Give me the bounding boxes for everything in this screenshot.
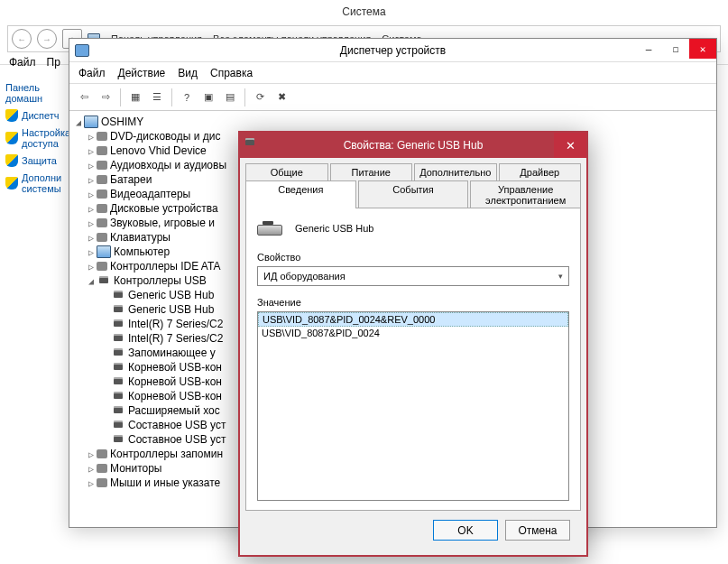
expander-icon[interactable]: ◢	[86, 276, 97, 286]
usb-icon	[111, 375, 125, 388]
tab-Сведения[interactable]: Сведения	[245, 180, 356, 208]
tree-node-label: Аудиовходы и аудиовы	[110, 159, 226, 171]
tree-node-label: Звуковые, игровые и	[110, 217, 215, 229]
expander-icon[interactable]: ▷	[86, 146, 97, 156]
props-close-button[interactable]: ✕	[554, 133, 586, 158]
tree-node-label: Контроллеры запомин	[110, 448, 223, 460]
tab-Управление электропитанием[interactable]: Управление электропитанием	[470, 180, 581, 208]
tree-node-label: Контроллеры USB	[114, 274, 207, 287]
toolbar-update-icon[interactable]: ⟳	[251, 88, 269, 106]
menu-item[interactable]: Справка	[210, 67, 253, 79]
sidebar-link-label: Панель домашн	[5, 82, 70, 104]
tree-node-label: Корневой USB-кон	[128, 390, 222, 402]
tab-События[interactable]: События	[358, 180, 469, 208]
toolbar-help-icon[interactable]: ?	[178, 88, 196, 106]
props-titlebar[interactable]: Свойства: Generic USB Hub ✕	[240, 133, 586, 158]
expander-icon[interactable]: ▷	[86, 262, 97, 272]
gen-icon	[97, 233, 107, 242]
value-listbox[interactable]: USB\VID_8087&PID_0024&REV_0000USB\VID_80…	[257, 311, 569, 501]
tab-content-details: Generic USB Hub Свойство ИД оборудования…	[245, 208, 581, 511]
expander-icon[interactable]: ▷	[86, 449, 97, 459]
tree-node[interactable]: ◢OSHIMY	[71, 115, 714, 129]
system-menu: Файл Пр	[9, 56, 60, 69]
list-item[interactable]: USB\VID_8087&PID_0024&REV_0000	[258, 312, 568, 327]
usb-icon	[111, 347, 125, 359]
tree-node-label: Lenovo Vhid Device	[110, 144, 207, 157]
back-button[interactable]: ←	[12, 29, 32, 49]
expander-icon[interactable]: ▷	[86, 233, 97, 243]
menu-item[interactable]: Действие	[118, 67, 166, 79]
usb-icon	[245, 140, 258, 151]
toolbar-back[interactable]: ⇦	[75, 88, 93, 106]
sidebar-link-label: Настройка доступа	[22, 127, 70, 149]
expander-icon[interactable]: ▷	[86, 204, 97, 214]
sidebar-link[interactable]: Диспетч	[5, 106, 70, 125]
toolbar-scan-icon[interactable]: ▣	[199, 88, 217, 106]
ok-button[interactable]: OK	[433, 520, 498, 541]
usb-icon	[111, 303, 125, 316]
devmgr-title-text: Диспетчер устройств	[340, 44, 446, 57]
close-button[interactable]: ✕	[689, 39, 716, 59]
tabs-row-1: ОбщиеПитаниеДополнительноДрайвер	[245, 163, 581, 180]
window-controls: — ☐ ✕	[635, 39, 716, 59]
menu-edit[interactable]: Пр	[47, 56, 60, 69]
sidebar-link[interactable]: Панель домашн	[5, 79, 70, 106]
sidebar-link[interactable]: Дополни системы	[5, 170, 70, 197]
tree-node-label: Дисковые устройства	[110, 202, 218, 215]
property-combo[interactable]: ИД оборудования ▾	[257, 266, 569, 286]
minimize-button[interactable]: —	[635, 39, 662, 59]
tab-Питание[interactable]: Питание	[330, 163, 413, 180]
expander-icon[interactable]: ▷	[86, 161, 97, 171]
toolbar-show-hide[interactable]: ▦	[126, 88, 144, 106]
menu-item[interactable]: Вид	[178, 67, 198, 79]
expander-icon[interactable]: ▷	[86, 218, 97, 228]
tab-Общие[interactable]: Общие	[245, 163, 328, 180]
gen-icon	[97, 464, 107, 473]
expander-icon[interactable]: ▷	[86, 247, 97, 257]
expander-icon[interactable]: ▷	[86, 132, 97, 142]
forward-button[interactable]: →	[37, 29, 57, 49]
toolbar-refresh-icon[interactable]: ▤	[221, 88, 239, 106]
gen-icon	[97, 478, 107, 487]
devmgr-toolbar: ⇦ ⇨ ▦ ☰ ? ▣ ▤ ⟳ ✖	[69, 84, 716, 111]
property-selected: ИД оборудования	[263, 271, 346, 282]
gen-icon	[97, 132, 107, 141]
device-name: Generic USB Hub	[295, 223, 373, 234]
expander-icon[interactable]: ▷	[86, 175, 97, 185]
chevron-down-icon: ▾	[558, 272, 563, 281]
tab-Драйвер[interactable]: Драйвер	[499, 163, 582, 180]
sidebar-link[interactable]: Защита	[5, 152, 70, 170]
expander-icon[interactable]: ◢	[73, 117, 84, 127]
usb-icon	[111, 390, 125, 402]
toolbar-properties-icon[interactable]: ☰	[148, 88, 166, 106]
tree-node-label: Корневой USB-кон	[128, 375, 222, 388]
gen-icon	[97, 190, 107, 199]
cancel-button[interactable]: Отмена	[505, 520, 570, 541]
dialog-buttons: OK Отмена	[245, 511, 581, 550]
pc-icon	[97, 245, 111, 258]
tabs-row-2: СведенияСобытияУправление электропитание…	[245, 180, 581, 208]
tree-node-label: Generic USB Hub	[128, 289, 214, 301]
usb-icon	[111, 318, 125, 330]
usb-icon	[111, 419, 125, 431]
expander-icon[interactable]: ▷	[86, 478, 97, 488]
system-title: Система	[342, 5, 385, 18]
gen-icon	[97, 262, 107, 271]
expander-icon[interactable]: ▷	[86, 190, 97, 199]
menu-item[interactable]: Файл	[78, 67, 106, 79]
list-item[interactable]: USB\VID_8087&PID_0024	[258, 327, 568, 339]
sidebar-link[interactable]: Настройка доступа	[5, 125, 70, 152]
props-body: ОбщиеПитаниеДополнительноДрайвер Сведени…	[240, 158, 586, 555]
system-sidebar: Панель домашнДиспетчНастройка доступаЗащ…	[5, 79, 70, 197]
devmgr-titlebar[interactable]: Диспетчер устройств — ☐ ✕	[69, 39, 716, 62]
toolbar-forward[interactable]: ⇨	[97, 88, 115, 106]
expander-icon[interactable]: ▷	[86, 464, 97, 474]
tab-Дополнительно[interactable]: Дополнительно	[414, 163, 497, 180]
tree-node-label: Корневой USB-кон	[128, 361, 222, 374]
gen-icon	[97, 161, 107, 170]
tree-node-label: OSHIMY	[101, 116, 143, 128]
toolbar-uninstall-icon[interactable]: ✖	[272, 88, 290, 106]
menu-file[interactable]: Файл	[9, 56, 36, 69]
tree-node-label: Составное USB уст	[128, 433, 226, 446]
maximize-button[interactable]: ☐	[662, 39, 689, 59]
